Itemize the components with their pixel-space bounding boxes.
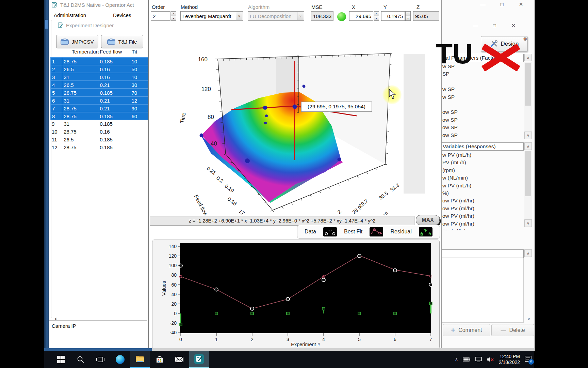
comments-list[interactable]	[442, 258, 524, 323]
maximize-button[interactable]: □	[497, 1, 506, 7]
table-cell[interactable]: 0.21	[98, 81, 130, 89]
table-cell[interactable]: 1	[50, 57, 62, 65]
table-cell[interactable]	[130, 136, 148, 143]
list-item[interactable]: (rpm)	[442, 167, 524, 174]
table-cell[interactable]: 0.21	[98, 104, 130, 112]
scroll-up-button[interactable]: ∧	[524, 54, 532, 61]
data-point-3d[interactable]	[293, 105, 297, 109]
table-cell[interactable]: 8	[50, 112, 62, 120]
taskbar-clock[interactable]: 12:40 PM 2/18/2022	[499, 354, 520, 365]
menu-devices[interactable]: Devices	[113, 12, 140, 18]
residual-marker[interactable]	[215, 312, 218, 315]
table-cell[interactable]: 0.185	[98, 136, 130, 143]
table-cell[interactable]: 7	[50, 104, 62, 112]
table-cell[interactable]: 5	[50, 89, 62, 96]
table-row[interactable]: 1126.50.185	[50, 136, 148, 143]
start-button[interactable]	[51, 351, 71, 368]
y-stepper[interactable]: ▲ ▼	[405, 11, 411, 21]
list-item[interactable]: PV (mL/h)	[442, 159, 524, 166]
residual-series-label[interactable]: Residual	[391, 229, 412, 235]
list-item[interactable]: w SP	[442, 86, 524, 93]
table-cell[interactable]: 0.21	[98, 96, 130, 104]
bestfit-series-icon[interactable]	[370, 227, 383, 236]
table-cell[interactable]: 0.185	[98, 143, 130, 151]
table-row[interactable]: 426.50.2130	[50, 81, 148, 89]
table-cell[interactable]: 3	[50, 73, 62, 81]
col-index[interactable]	[50, 49, 62, 57]
values-chart[interactable]: 140120100806040200-20-4001234567ValuesEx…	[152, 240, 439, 349]
spin-up-icon[interactable]: ▲	[171, 11, 176, 16]
hidden-icons-chevron[interactable]: ∧	[455, 357, 458, 362]
table-row[interactable]: 1228.750.185	[50, 143, 148, 151]
spin-down-icon[interactable]: ▼	[171, 16, 176, 21]
table-row[interactable]: 9310.185	[50, 120, 148, 128]
data-marker[interactable]	[393, 269, 397, 272]
close-button[interactable]: ✕	[509, 22, 518, 29]
residual-marker[interactable]	[287, 312, 289, 315]
spin-down-icon[interactable]: ▼	[405, 16, 411, 21]
list-item[interactable]: ow SP	[442, 108, 524, 116]
data-marker[interactable]	[215, 288, 218, 291]
table-cell[interactable]: 60	[130, 112, 148, 120]
table-cell[interactable]: 6	[50, 96, 62, 104]
table-cell[interactable]: 0.185	[98, 89, 130, 96]
table-row[interactable]: 728.750.2190	[50, 104, 148, 112]
table-cell[interactable]: 31	[62, 96, 98, 104]
table-row[interactable]: 3310.1610	[50, 73, 148, 81]
table-cell[interactable]	[130, 143, 148, 151]
data-point-3d[interactable]	[265, 114, 268, 117]
data-marker[interactable]	[358, 254, 361, 258]
data-marker[interactable]	[429, 283, 432, 287]
table-cell[interactable]: 28.75	[62, 128, 98, 136]
col-titre[interactable]: Tit	[130, 49, 148, 57]
list-item[interactable]: PV (ml/hr)	[442, 228, 524, 230]
table-cell[interactable]: 0.185	[98, 120, 130, 128]
table-cell[interactable]: 26.5	[62, 65, 98, 73]
y-input[interactable]: 0.1975	[381, 11, 405, 21]
residual-marker[interactable]	[322, 307, 325, 310]
col-temperature[interactable]: Temperature	[62, 49, 99, 57]
list-item[interactable]: w (NL/min)	[442, 174, 524, 182]
table-row[interactable]: 828.750.18560	[50, 112, 148, 120]
data-point-3d[interactable]	[264, 122, 267, 124]
table-cell[interactable]: 12	[50, 143, 62, 151]
table-cell[interactable]: 12	[130, 96, 148, 104]
scroll-down-button[interactable]: ∨	[525, 315, 533, 323]
table-cell[interactable]: 0.16	[98, 128, 130, 136]
table-cell[interactable]: 50	[130, 65, 148, 73]
table-cell[interactable]: 9	[50, 120, 62, 128]
table-cell[interactable]: 31	[62, 120, 98, 128]
list-item[interactable]: ow PV (ml/hr)	[442, 197, 524, 204]
file-explorer-button[interactable]	[130, 351, 150, 368]
table-row[interactable]: 226.50.1650	[50, 65, 148, 73]
list-item[interactable]: ow SP	[442, 116, 524, 124]
scroll-left-arrow[interactable]: <	[54, 316, 57, 322]
residual-series-icon[interactable]	[419, 227, 432, 236]
battery-icon[interactable]	[463, 357, 470, 362]
data-marker[interactable]	[179, 264, 182, 267]
table-cell[interactable]: 31	[62, 73, 98, 81]
table-cell[interactable]: 0.16	[98, 65, 130, 73]
data-marker[interactable]	[250, 307, 254, 310]
notification-center-button[interactable]: 5	[525, 356, 532, 363]
task-view-button[interactable]	[91, 351, 110, 368]
table-cell[interactable]: 4	[50, 81, 62, 89]
table-cell[interactable]: 28.75	[62, 57, 98, 65]
table-row[interactable]: 528.750.18570	[50, 89, 148, 96]
residual-marker[interactable]	[358, 312, 361, 315]
table-cell[interactable]: 10	[130, 73, 148, 81]
spin-down-icon[interactable]: ▼	[374, 16, 379, 21]
table-cell[interactable]: 28.75	[62, 89, 98, 96]
store-button[interactable]	[150, 351, 169, 368]
scroll-up-button[interactable]: ∧	[524, 249, 532, 257]
list-item[interactable]: SP	[442, 70, 524, 78]
tj-app-button[interactable]	[189, 351, 209, 368]
data-point-3d[interactable]	[245, 158, 250, 163]
list-item[interactable]: ow PV (ml/hr)	[442, 212, 524, 220]
data-point-3d[interactable]	[338, 158, 341, 162]
surface-3d-plot[interactable]: 160 120 80 40 Titre 0.21 0.2 0.19 0.18 1…	[149, 24, 441, 215]
table-cell[interactable]: 28.75	[62, 143, 98, 151]
x-stepper[interactable]: ▲ ▼	[374, 11, 379, 21]
display-icon[interactable]	[475, 357, 482, 362]
method-dropdown[interactable]: Levenberg Marquardt ∨	[180, 11, 243, 21]
